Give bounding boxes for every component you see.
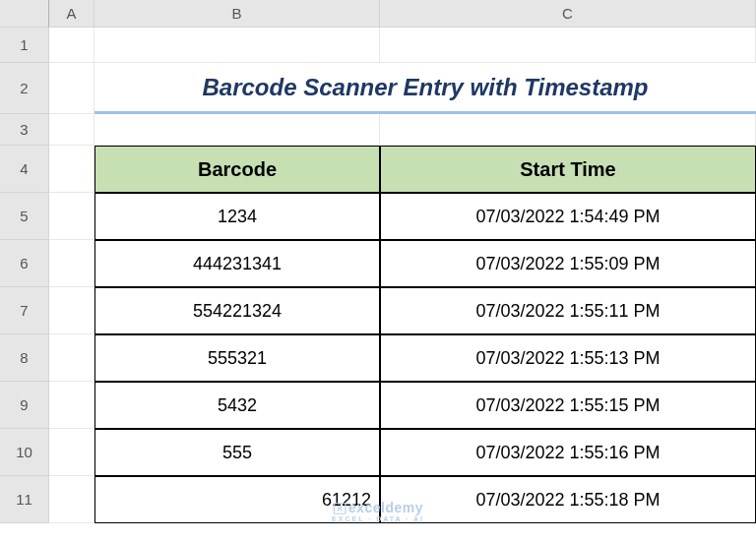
cell-b3[interactable] — [94, 114, 380, 146]
select-all-corner[interactable] — [0, 0, 49, 28]
cell-time-0[interactable]: 07/03/2022 1:54:49 PM — [380, 193, 756, 240]
cell-a9[interactable] — [49, 382, 94, 429]
cell-a2[interactable] — [49, 63, 94, 114]
col-header-b[interactable]: B — [94, 0, 380, 28]
cell-time-5[interactable]: 07/03/2022 1:55:16 PM — [380, 429, 756, 476]
cell-a6[interactable] — [49, 240, 94, 287]
cell-time-6[interactable]: 07/03/2022 1:55:18 PM — [380, 476, 756, 523]
cell-a8[interactable] — [49, 334, 94, 382]
row-header-4[interactable]: 4 — [0, 146, 49, 193]
watermark: exceldemy EXCEL · DATA · AI — [332, 500, 424, 522]
cell-barcode-5[interactable]: 555 — [94, 429, 380, 476]
col-header-c[interactable]: C — [380, 0, 756, 28]
cell-time-4[interactable]: 07/03/2022 1:55:15 PM — [380, 382, 756, 429]
row-header-8[interactable]: 8 — [0, 334, 49, 382]
cell-barcode-2[interactable]: 554221324 — [94, 287, 380, 334]
row-header-7[interactable]: 7 — [0, 287, 49, 334]
row-header-6[interactable]: 6 — [0, 240, 49, 287]
cell-a7[interactable] — [49, 287, 94, 334]
cell-barcode-1[interactable]: 444231341 — [94, 240, 380, 287]
page-title[interactable]: Barcode Scanner Entry with Timestamp — [94, 63, 756, 114]
cell-c3[interactable] — [380, 114, 756, 146]
row-header-5[interactable]: 5 — [0, 193, 49, 240]
row-header-1[interactable]: 1 — [0, 28, 49, 63]
cell-c1[interactable] — [380, 28, 756, 63]
spreadsheet-grid: A B C 1 2 Barcode Scanner Entry with Tim… — [0, 0, 756, 523]
cell-time-2[interactable]: 07/03/2022 1:55:11 PM — [380, 287, 756, 334]
watermark-text: exceldemy — [348, 500, 423, 515]
table-header-starttime[interactable]: Start Time — [380, 146, 756, 193]
row-header-9[interactable]: 9 — [0, 382, 49, 429]
excel-icon — [333, 502, 346, 515]
cell-a3[interactable] — [49, 114, 94, 146]
col-header-a[interactable]: A — [49, 0, 94, 28]
cell-a1[interactable] — [49, 28, 94, 63]
cell-barcode-4[interactable]: 5432 — [94, 382, 380, 429]
cell-a11[interactable] — [49, 476, 94, 523]
cell-barcode-0[interactable]: 1234 — [94, 193, 380, 240]
cell-time-1[interactable]: 07/03/2022 1:55:09 PM — [380, 240, 756, 287]
row-header-10[interactable]: 10 — [0, 429, 49, 476]
row-header-3[interactable]: 3 — [0, 114, 49, 146]
cell-time-3[interactable]: 07/03/2022 1:55:13 PM — [380, 334, 756, 382]
table-header-barcode[interactable]: Barcode — [94, 146, 380, 193]
cell-a10[interactable] — [49, 429, 94, 476]
row-header-11[interactable]: 11 — [0, 476, 49, 523]
cell-a4[interactable] — [49, 146, 94, 193]
cell-a5[interactable] — [49, 193, 94, 240]
cell-barcode-3[interactable]: 555321 — [94, 334, 380, 382]
cell-b1[interactable] — [94, 28, 380, 63]
watermark-subtext: EXCEL · DATA · AI — [332, 515, 424, 522]
row-header-2[interactable]: 2 — [0, 63, 49, 114]
